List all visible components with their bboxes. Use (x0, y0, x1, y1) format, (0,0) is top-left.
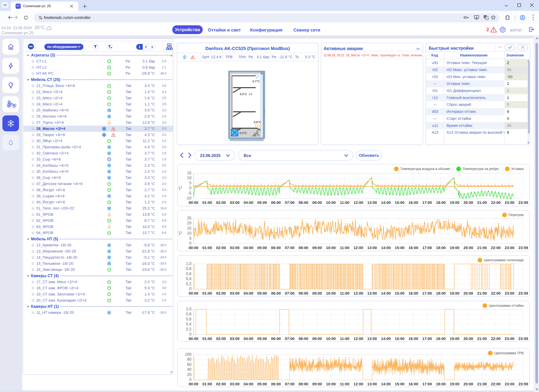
svg-text:15: 15 (187, 171, 191, 175)
svg-text:0,4: 0,4 (186, 277, 191, 281)
svg-text:5.9°C: 5.9°C (254, 120, 261, 124)
svg-text:18:00: 18:00 (436, 337, 446, 341)
svg-text:0: 0 (189, 377, 191, 382)
svg-text:°C: °C (178, 186, 183, 190)
svg-text:5: 5 (189, 236, 191, 240)
svg-text:12:00: 12:00 (354, 291, 363, 296)
svg-text:0: 0 (189, 241, 191, 245)
svg-text:08:00: 08:00 (298, 382, 308, 386)
svg-text:12:00: 12:00 (354, 246, 363, 250)
svg-text:08:00: 08:00 (298, 337, 308, 341)
svg-text:1,0: 1,0 (186, 307, 191, 311)
svg-text:20:00: 20:00 (463, 246, 473, 250)
svg-text:13:00: 13:00 (367, 337, 377, 341)
svg-text:20: 20 (187, 221, 191, 225)
svg-text:01:00: 01:00 (202, 382, 212, 386)
svg-text:19:00: 19:00 (450, 246, 459, 250)
svg-text:13:00: 13:00 (367, 201, 377, 205)
svg-text:03:00: 03:00 (230, 201, 240, 205)
svg-text:23:00: 23:00 (505, 201, 514, 205)
svg-text:14:00: 14:00 (381, 337, 390, 341)
svg-text:21:00: 21:00 (477, 246, 487, 250)
svg-text:20: 20 (187, 372, 191, 377)
svg-text:01:00: 01:00 (202, 337, 212, 341)
svg-text:80: 80 (187, 357, 191, 362)
svg-text:01:00: 01:00 (202, 201, 212, 205)
svg-text:09:00: 09:00 (312, 201, 322, 205)
svg-text:05:00: 05:00 (257, 246, 267, 250)
svg-text:23:59: 23:59 (519, 337, 528, 341)
svg-text:06:00: 06:00 (271, 201, 281, 205)
svg-text:22:00: 22:00 (491, 382, 500, 386)
svg-text:17:00: 17:00 (422, 382, 432, 386)
svg-text:20:00: 20:00 (463, 201, 473, 205)
svg-text:03:00: 03:00 (230, 337, 240, 341)
svg-text:04:00: 04:00 (244, 337, 253, 341)
svg-text:19:00: 19:00 (450, 201, 459, 205)
svg-text:16:00: 16:00 (409, 246, 418, 250)
svg-text:03:00: 03:00 (230, 291, 240, 296)
svg-text:0: 0 (189, 332, 191, 336)
svg-text:14:00: 14:00 (381, 291, 390, 296)
svg-text:14:00: 14:00 (381, 201, 390, 205)
svg-text:08:00: 08:00 (298, 291, 308, 296)
svg-text:17:00: 17:00 (422, 291, 432, 296)
svg-text:05:00: 05:00 (257, 291, 267, 296)
svg-text:18:00: 18:00 (436, 201, 446, 205)
svg-text:06:00: 06:00 (271, 291, 281, 296)
svg-text:17:00: 17:00 (422, 246, 432, 250)
svg-text:11:00: 11:00 (340, 337, 349, 341)
svg-text:10:00: 10:00 (326, 382, 336, 386)
svg-text:11:00: 11:00 (340, 291, 349, 296)
svg-text:14:00: 14:00 (381, 382, 390, 386)
svg-text:09:00: 09:00 (312, 382, 322, 386)
svg-text:02:00: 02:00 (216, 246, 226, 250)
svg-text:0,8: 0,8 (186, 266, 191, 271)
svg-text:06:00: 06:00 (271, 246, 281, 250)
svg-text:100: 100 (185, 352, 191, 357)
svg-text:2.0: 2.0 (249, 93, 252, 96)
svg-text:05:00: 05:00 (257, 337, 267, 341)
svg-text:-10: -10 (186, 196, 191, 200)
svg-text:18:00: 18:00 (436, 291, 446, 296)
svg-text:07:00: 07:00 (285, 291, 294, 296)
svg-text:22:00: 22:00 (491, 246, 500, 250)
svg-text:文: 文 (486, 17, 488, 19)
svg-text:00:00: 00:00 (189, 291, 198, 296)
svg-text:19:00: 19:00 (450, 337, 459, 341)
svg-text:10:00: 10:00 (326, 201, 336, 205)
svg-text:01:00: 01:00 (202, 246, 212, 250)
svg-text:0,8: 0,8 (186, 312, 191, 316)
svg-text:16:00: 16:00 (409, 382, 418, 386)
svg-text:10: 10 (187, 231, 191, 235)
svg-text:02:00: 02:00 (216, 337, 226, 341)
svg-text:1,0: 1,0 (186, 261, 191, 266)
svg-text:60: 60 (187, 362, 191, 367)
svg-text:0.7°C: 0.7°C (253, 80, 260, 83)
svg-text:22:00: 22:00 (491, 201, 500, 205)
svg-text:21:00: 21:00 (477, 201, 487, 205)
svg-text:06:00: 06:00 (271, 337, 281, 341)
svg-text:05:00: 05:00 (257, 201, 267, 205)
svg-text:15:00: 15:00 (395, 246, 404, 250)
svg-text:0: 0 (189, 287, 191, 291)
svg-text:❄: ❄ (255, 74, 257, 76)
svg-text:-0.3°C: -0.3°C (239, 131, 247, 135)
svg-text:09:00: 09:00 (312, 246, 322, 250)
svg-text:03:00: 03:00 (230, 246, 240, 250)
svg-text:15:00: 15:00 (395, 201, 404, 205)
svg-text:23:59: 23:59 (519, 382, 528, 386)
svg-text:❄: ❄ (256, 76, 258, 79)
svg-text:14:00: 14:00 (381, 246, 390, 250)
svg-text:22:00: 22:00 (491, 291, 500, 296)
svg-text:10:00: 10:00 (326, 337, 336, 341)
svg-text:11:00: 11:00 (340, 382, 349, 386)
svg-text:15:00: 15:00 (395, 337, 404, 341)
svg-text:0,4: 0,4 (186, 322, 191, 326)
svg-text:07:00: 07:00 (285, 337, 294, 341)
svg-text:09:00: 09:00 (312, 337, 322, 341)
svg-text:19:00: 19:00 (450, 382, 459, 386)
svg-text:04:00: 04:00 (244, 201, 253, 205)
svg-text:18:00: 18:00 (436, 246, 446, 250)
svg-text:02:00: 02:00 (216, 291, 226, 296)
